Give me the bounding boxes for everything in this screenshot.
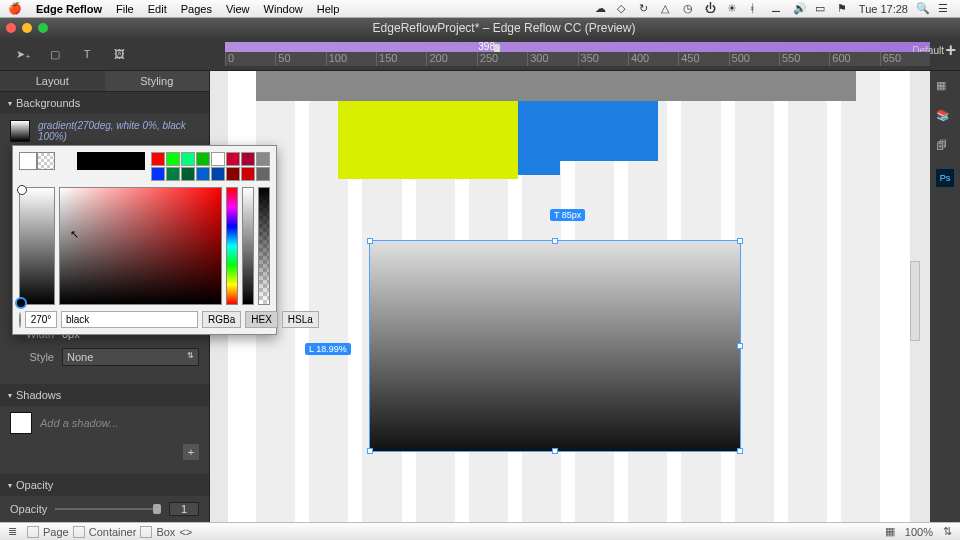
flag-icon[interactable]: ⚑ [837,2,851,16]
swatch[interactable] [226,152,240,166]
gradient-stops-bar[interactable] [19,187,55,305]
resize-handle-se[interactable] [737,448,743,454]
crumb-container[interactable]: Container [89,526,137,538]
resize-handle-sw[interactable] [367,448,373,454]
tab-styling[interactable]: Styling [105,71,210,91]
bluetooth-icon[interactable]: ᚼ [749,2,763,16]
app-name[interactable]: Edge Reflow [36,3,102,15]
swatch[interactable] [196,152,210,166]
dropbox-icon[interactable]: ◇ [617,2,631,16]
swatch[interactable] [151,167,165,181]
alpha-slider[interactable] [258,187,270,305]
assets-icon[interactable]: 🗐 [936,139,954,157]
add-shadow-button[interactable]: + [183,444,199,460]
zoom-stepper-icon[interactable]: ⇅ [943,525,952,538]
swatch[interactable] [241,152,255,166]
zoom-window-button[interactable] [38,23,48,33]
element-yellow-box[interactable] [338,101,518,179]
menu-pages[interactable]: Pages [181,3,212,15]
section-opacity[interactable]: Opacity [0,474,209,496]
shadow-placeholder[interactable]: Add a shadow... [40,417,118,429]
battery-icon[interactable]: ▭ [815,2,829,16]
menu-help[interactable]: Help [317,3,340,15]
shadow-swatch[interactable] [10,412,32,434]
swatch[interactable] [166,167,180,181]
canvas[interactable]: T 85px L 18.99% [210,71,960,522]
crumb-box[interactable]: Box [156,526,175,538]
section-backgrounds[interactable]: Backgrounds [0,92,209,114]
apple-icon[interactable]: 🍎 [8,2,22,15]
swatch[interactable] [166,152,180,166]
background-value[interactable]: gradient(270deg, white 0%, black 100%) [38,120,199,142]
clock-icon[interactable]: ◷ [683,2,697,16]
image-tool-icon[interactable]: 🖼 [110,45,128,63]
sync-icon[interactable]: ↻ [639,2,653,16]
swatch[interactable] [226,167,240,181]
swatch[interactable] [211,152,225,166]
element-blue-box-2[interactable] [518,161,560,175]
resize-handle-e[interactable] [737,343,743,349]
lightness-slider[interactable] [242,187,254,305]
menu-file[interactable]: File [116,3,134,15]
resize-handle-n[interactable] [552,238,558,244]
grid-toggle-icon[interactable]: ▦ [885,525,895,538]
opacity-slider[interactable] [55,508,161,510]
swatch[interactable] [181,152,195,166]
menu-view[interactable]: View [226,3,250,15]
selected-element[interactable] [370,241,740,451]
background-swatch[interactable] [10,120,30,142]
resize-handle-nw[interactable] [367,238,373,244]
text-tool-icon[interactable]: T [78,45,96,63]
color-mode-hsla[interactable]: HSLa [282,311,319,328]
crumb-page[interactable]: Page [43,526,69,538]
gradient-stop-start[interactable] [17,185,27,195]
volume-icon[interactable]: 🔊 [793,2,807,16]
style-select[interactable]: None [62,348,199,366]
swatch[interactable] [151,152,165,166]
resize-handle-ne[interactable] [737,238,743,244]
notifications-icon[interactable]: ☰ [938,2,952,16]
tab-layout[interactable]: Layout [0,71,105,91]
close-window-button[interactable] [6,23,16,33]
element-header[interactable] [256,71,856,101]
swatch[interactable] [256,167,270,181]
scrollbar-vertical[interactable] [910,261,920,341]
drive-icon[interactable]: △ [661,2,675,16]
spotlight-icon[interactable]: 🔍 [916,2,930,16]
color-value-input[interactable] [61,311,198,328]
color-mode-rgba[interactable]: RGBa [202,311,241,328]
gradient-type-solid[interactable] [19,152,37,170]
swatch[interactable] [256,152,270,166]
power-icon[interactable]: ⏻ [705,2,719,16]
gradient-type-pattern[interactable] [37,152,55,170]
swatch[interactable] [196,167,210,181]
selection-tool-icon[interactable]: ➤₊ [14,45,32,63]
element-blue-box[interactable] [518,101,658,161]
swatch[interactable] [241,167,255,181]
hue-slider[interactable] [226,187,238,305]
display-icon[interactable]: ☀ [727,2,741,16]
zoom-level[interactable]: 100% [905,526,933,538]
cloud-icon[interactable]: ☁ [595,2,609,16]
opacity-handle[interactable] [153,504,161,514]
swatch[interactable] [211,167,225,181]
layers-icon[interactable]: ≣ [8,525,17,538]
clock-text[interactable]: Tue 17:28 [859,3,908,15]
breakpoint-slider[interactable]: 398 [225,42,930,52]
box-tool-icon[interactable]: ▢ [46,45,64,63]
menu-edit[interactable]: Edit [148,3,167,15]
menu-window[interactable]: Window [264,3,303,15]
opacity-input[interactable] [169,502,199,516]
wifi-icon[interactable]: ⚊ [771,2,785,16]
color-mode-hex[interactable]: HEX [245,311,278,328]
gradient-angle-dial[interactable] [19,312,21,328]
photoshop-icon[interactable]: Ps [936,169,954,187]
section-shadows[interactable]: Shadows [0,384,209,406]
library-icon[interactable]: 📚 [936,109,954,127]
minimize-window-button[interactable] [22,23,32,33]
gradient-angle-input[interactable] [25,311,57,328]
code-icon[interactable]: <> [179,526,192,538]
add-breakpoint-button[interactable]: + [945,40,956,61]
gradient-stop-end[interactable] [15,297,27,309]
swatch[interactable] [181,167,195,181]
